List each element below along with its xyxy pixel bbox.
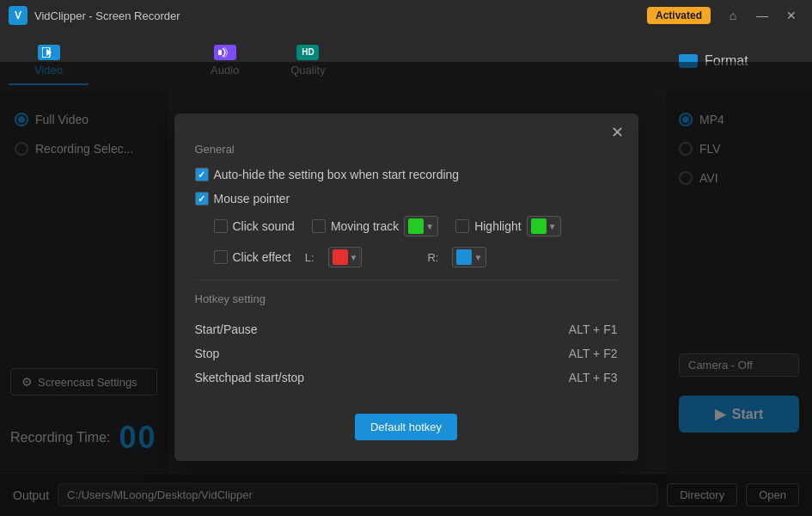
app-title: VidClipper - Screen Recorder [34, 9, 647, 22]
minimize-button[interactable]: — [750, 5, 774, 26]
moving-track-checkbox[interactable] [312, 219, 326, 233]
moving-track-label: Moving track [331, 219, 399, 233]
quality-tab-icon: HD [296, 45, 319, 60]
title-controls: Activated ⌂ — ✕ [647, 5, 803, 26]
hotkey-stop-value: ALT + F2 [569, 347, 618, 360]
settings-modal: ✕ General ✓ Auto-hide the setting box wh… [174, 114, 638, 461]
auto-hide-checkbox-label[interactable]: ✓ Auto-hide the setting box when start r… [195, 168, 460, 181]
mouse-pointer-check-icon: ✓ [198, 194, 205, 205]
audio-tab-icon [214, 45, 236, 60]
moving-track-color-arrow: ▼ [425, 222, 434, 231]
default-hotkey-button[interactable]: Default hotkey [355, 414, 457, 440]
mouse-pointer-checkbox-label[interactable]: ✓ Mouse pointer [195, 192, 290, 206]
app-icon: V [9, 6, 27, 25]
highlight-checkbox[interactable] [455, 219, 469, 233]
click-sound-checkbox-label[interactable]: Click sound [214, 219, 295, 233]
activated-badge: Activated [647, 7, 711, 24]
right-color-btn[interactable]: ▼ [452, 247, 486, 267]
svg-rect-2 [218, 50, 222, 55]
svg-marker-0 [46, 49, 52, 56]
main-area: Video Full Video Recording Selec... ⚙ Sc… [0, 31, 812, 516]
click-sound-label: Click sound [233, 219, 295, 233]
hotkey-section-title: Hotkey setting [195, 292, 618, 305]
highlight-color-arrow: ▼ [548, 222, 557, 231]
section-divider [195, 280, 618, 280]
options-row-2: Click effect L: ▼ R: ▼ [214, 247, 618, 267]
right-color-swatch [456, 249, 472, 265]
hotkey-stop: Stop ALT + F2 [195, 341, 618, 366]
hotkey-sketchpad: Sketchpad start/stop ALT + F3 [195, 366, 618, 390]
click-effect-label: Click effect [233, 250, 291, 264]
mouse-pointer-checkbox[interactable]: ✓ [195, 192, 209, 206]
hotkey-start-pause-value: ALT + F1 [569, 322, 618, 336]
click-sound-checkbox[interactable] [214, 219, 228, 233]
auto-hide-label: Auto-hide the setting box when start rec… [214, 168, 460, 181]
close-button[interactable]: ✕ [779, 5, 803, 26]
modal-body: General ✓ Auto-hide the setting box when… [174, 143, 638, 461]
moving-track-color-swatch [408, 218, 424, 234]
hotkey-sketchpad-value: ALT + F3 [569, 371, 618, 384]
hotkey-start-pause: Start/Pause ALT + F1 [195, 317, 618, 341]
mouse-pointer-row: ✓ Mouse pointer [195, 192, 618, 206]
home-button[interactable]: ⌂ [721, 5, 745, 26]
moving-track-checkbox-label[interactable]: Moving track ▼ [312, 216, 438, 236]
options-row-1: Click sound Moving track ▼ Highlight [214, 216, 618, 236]
title-bar: V VidClipper - Screen Recorder Activated… [0, 0, 812, 31]
video-tab-icon [38, 45, 60, 60]
left-label: L: [305, 251, 314, 264]
left-color-btn[interactable]: ▼ [328, 247, 363, 267]
right-color-arrow: ▼ [473, 253, 482, 262]
modal-overlay: ✕ General ✓ Auto-hide the setting box wh… [0, 62, 812, 516]
hotkey-actions: Default hotkey [195, 402, 618, 440]
highlight-checkbox-label[interactable]: Highlight ▼ [455, 216, 560, 236]
click-effect-checkbox-label[interactable]: Click effect [214, 250, 291, 264]
highlight-color-btn[interactable]: ▼ [527, 216, 561, 236]
highlight-color-swatch [531, 218, 546, 234]
click-effect-checkbox[interactable] [214, 250, 228, 264]
hotkey-stop-label: Stop [195, 347, 220, 360]
modal-header: ✕ [174, 114, 638, 143]
modal-close-button[interactable]: ✕ [607, 122, 628, 143]
auto-hide-check-icon: ✓ [198, 169, 205, 181]
left-color-swatch [333, 249, 348, 265]
hotkey-start-pause-label: Start/Pause [195, 322, 258, 336]
mouse-pointer-label: Mouse pointer [214, 192, 290, 206]
moving-track-color-btn[interactable]: ▼ [404, 216, 438, 236]
auto-hide-checkbox[interactable]: ✓ [195, 168, 209, 181]
highlight-label: Highlight [474, 219, 521, 233]
left-color-arrow: ▼ [350, 253, 358, 262]
right-label: R: [427, 251, 438, 264]
general-section-title: General [195, 143, 618, 156]
hotkey-sketchpad-label: Sketchpad start/stop [195, 371, 305, 384]
auto-hide-row: ✓ Auto-hide the setting box when start r… [195, 168, 618, 181]
